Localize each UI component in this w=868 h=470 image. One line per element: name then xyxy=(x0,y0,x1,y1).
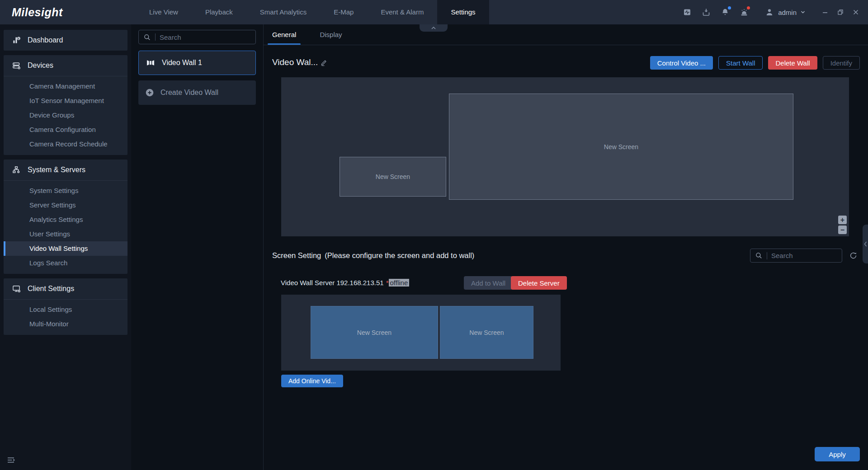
screen-label: New Screen xyxy=(376,173,410,180)
sidebar-item-local-settings[interactable]: Local Settings xyxy=(4,302,127,317)
server-label-row: Video Wall Server 192.168.213.51 * offli… xyxy=(281,279,409,287)
notification-badge xyxy=(728,6,731,9)
sidebar-item-device-groups[interactable]: Device Groups xyxy=(4,108,127,122)
sidebar-item-video-wall-settings[interactable]: Video Wall Settings xyxy=(4,241,127,256)
minimize-button[interactable] xyxy=(822,9,828,15)
wall-item-label: Video Wall 1 xyxy=(162,59,202,67)
sidebar-item-camera-management[interactable]: Camera Management xyxy=(4,79,127,94)
client-settings-icon xyxy=(12,284,22,293)
server-screens-panel: New Screen New Screen xyxy=(281,295,561,371)
section-header-devices[interactable]: Devices xyxy=(4,55,127,76)
sidebar-item-dashboard[interactable]: Dashboard xyxy=(4,30,127,51)
notification-bell-icon[interactable] xyxy=(720,7,730,17)
collapse-menu-icon[interactable] xyxy=(6,456,15,465)
section-devices: Devices Camera Management IoT Sensor Man… xyxy=(4,55,127,155)
topbar-right-cluster: admin xyxy=(682,7,859,17)
screen-label: New Screen xyxy=(469,329,504,336)
nav-settings[interactable]: Settings xyxy=(437,0,489,24)
server-screen[interactable]: New Screen xyxy=(311,306,438,359)
alarm-siren-icon[interactable] xyxy=(739,7,749,17)
search-separator xyxy=(155,33,156,41)
screen-setting-title: Screen Setting xyxy=(272,251,321,259)
identify-button[interactable]: Identify xyxy=(823,56,860,70)
sidebar-item-user-settings[interactable]: User Settings xyxy=(4,227,127,241)
refresh-icon[interactable] xyxy=(849,251,858,260)
screen-search-box[interactable] xyxy=(750,249,842,263)
devices-icon xyxy=(12,61,22,70)
user-name: admin xyxy=(778,9,797,16)
sidebar-item-analytics-settings[interactable]: Analytics Settings xyxy=(4,212,127,227)
section-client-settings: Client Settings Local Settings Multi-Mon… xyxy=(4,278,127,335)
collapse-panel-handle[interactable] xyxy=(420,24,448,32)
create-video-wall-button[interactable]: Create Video Wall xyxy=(138,80,256,105)
settings-sidebar: Dashboard Devices Camera Management IoT … xyxy=(0,24,131,470)
plus-circle-icon xyxy=(145,88,154,97)
section-title: Devices xyxy=(28,61,53,70)
wall-item-video-wall-1[interactable]: Video Wall 1 xyxy=(138,51,256,75)
nav-playback[interactable]: Playback xyxy=(192,0,246,24)
server-screen[interactable]: New Screen xyxy=(440,306,533,359)
nav-e-map[interactable]: E-Map xyxy=(320,0,367,24)
wall-layout-canvas[interactable]: New Screen New Screen + − xyxy=(281,77,849,236)
section-title: System & Servers xyxy=(28,166,85,174)
wall-search-box[interactable] xyxy=(138,30,256,44)
restore-button[interactable] xyxy=(837,9,844,15)
system-servers-icon xyxy=(12,165,22,174)
sidebar-item-logs-search[interactable]: Logs Search xyxy=(4,256,127,270)
create-wall-label: Create Video Wall xyxy=(160,89,218,97)
tab-display[interactable]: Display xyxy=(320,24,342,45)
sidebar-item-camera-record-schedule[interactable]: Camera Record Schedule xyxy=(4,137,127,151)
delete-wall-button[interactable]: Delete Wall xyxy=(768,56,817,70)
sidebar-item-iot-sensor-management[interactable]: IoT Sensor Management xyxy=(4,94,127,108)
screen-label: New Screen xyxy=(604,143,638,150)
download-center-icon[interactable] xyxy=(701,7,711,17)
video-wall-settings-page: Milesight Live View Playback Smart Analy… xyxy=(0,0,868,470)
search-separator xyxy=(767,252,767,259)
content-tab-bar: General Display xyxy=(263,24,868,45)
add-online-video-wall-button[interactable]: Add Online Vid... xyxy=(281,375,343,387)
search-icon xyxy=(143,33,151,41)
health-status-icon[interactable] xyxy=(682,7,692,17)
tab-general[interactable]: General xyxy=(272,24,296,45)
video-wall-list-panel: Video Wall 1 Create Video Wall xyxy=(131,24,263,470)
apply-button[interactable]: Apply xyxy=(815,447,860,461)
section-header-client-settings[interactable]: Client Settings xyxy=(4,278,127,299)
panel-divider xyxy=(263,24,264,470)
section-title: Client Settings xyxy=(28,285,74,293)
sidebar-item-system-settings[interactable]: System Settings xyxy=(4,183,127,198)
video-wall-icon xyxy=(146,58,156,67)
milesight-logo: Milesight xyxy=(12,6,63,19)
nav-event-alarm[interactable]: Event & Alarm xyxy=(367,0,437,24)
wall-action-buttons: Control Video ... Start Wall Delete Wall… xyxy=(650,56,860,70)
zoom-in-button[interactable]: + xyxy=(838,216,847,224)
edit-wall-name-icon[interactable] xyxy=(320,59,328,66)
nav-live-view[interactable]: Live View xyxy=(136,0,192,24)
top-bar: Milesight Live View Playback Smart Analy… xyxy=(0,0,868,24)
wall-screen[interactable]: New Screen xyxy=(340,157,446,197)
sidebar-item-multi-monitor[interactable]: Multi-Monitor xyxy=(4,317,127,331)
canvas-zoom-controls: + − xyxy=(838,216,847,234)
server-status-badge: offline xyxy=(389,279,410,287)
zoom-out-button[interactable]: − xyxy=(838,226,847,234)
wall-title: Video Wal... xyxy=(272,57,318,67)
nav-smart-analytics[interactable]: Smart Analytics xyxy=(246,0,320,24)
section-header-system-servers[interactable]: System & Servers xyxy=(4,160,127,180)
screen-label: New Screen xyxy=(357,329,392,336)
user-avatar-icon xyxy=(764,7,774,17)
collapse-right-handle[interactable] xyxy=(863,225,868,263)
screen-setting-heading: Screen Setting(Please configure the scre… xyxy=(272,251,474,260)
search-icon xyxy=(755,252,763,259)
close-button[interactable] xyxy=(853,9,859,15)
delete-server-button[interactable]: Delete Server xyxy=(511,276,567,290)
server-name: Video Wall Server 192.168.213.51 xyxy=(281,279,384,287)
control-video-wall-button[interactable]: Control Video ... xyxy=(650,56,713,70)
screen-search-input[interactable] xyxy=(771,252,837,259)
wall-search-input[interactable] xyxy=(160,33,251,41)
chevron-down-icon xyxy=(800,9,806,15)
start-wall-button[interactable]: Start Wall xyxy=(718,56,763,70)
add-to-wall-button[interactable]: Add to Wall xyxy=(464,276,513,290)
sidebar-item-camera-configuration[interactable]: Camera Configuration xyxy=(4,122,127,137)
user-menu[interactable]: admin xyxy=(764,7,806,17)
sidebar-item-server-settings[interactable]: Server Settings xyxy=(4,198,127,212)
wall-screen[interactable]: New Screen xyxy=(449,94,793,200)
